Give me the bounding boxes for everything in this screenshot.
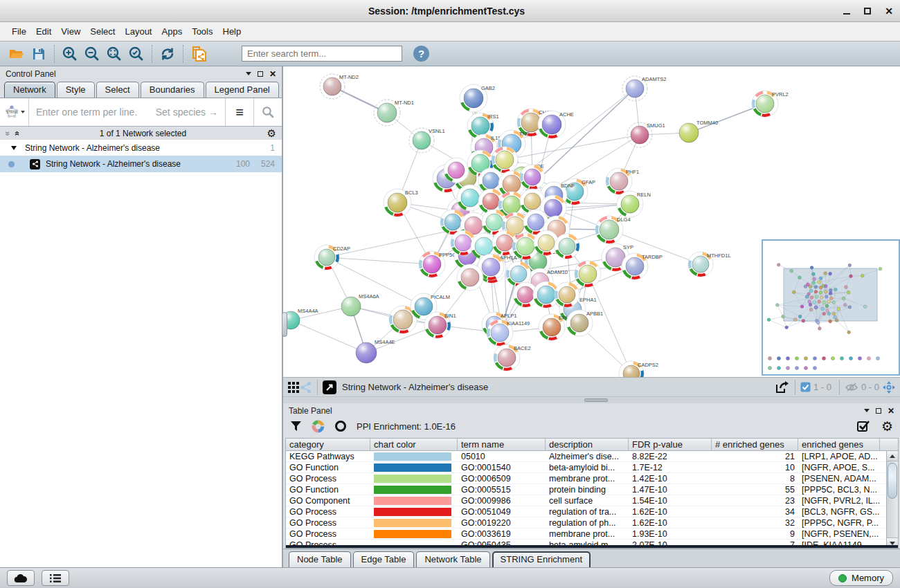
network-node-tardbp[interactable]: TARDBP — [622, 253, 663, 279]
network-node-vsnl1[interactable]: VSNL1 — [409, 128, 445, 153]
select-columns-icon[interactable] — [857, 420, 870, 432]
query-options-button[interactable]: ≡ — [226, 98, 253, 126]
enrichment-chart-icon[interactable] — [312, 420, 325, 433]
network-node[interactable] — [575, 261, 601, 287]
network-node-ppp5c[interactable]: PPP5C — [419, 251, 456, 277]
network-node-ms4a6a[interactable]: MS4A6A — [341, 293, 379, 316]
network-node-ms4a4e[interactable]: MS4A4E — [356, 339, 395, 363]
network-node-cd2ap[interactable]: CD2AP — [314, 245, 350, 270]
column-header-description[interactable]: description — [546, 439, 629, 450]
tab-network-table[interactable]: Network Table — [416, 551, 489, 567]
network-collection-row[interactable]: String Network - Alzheimer's disease 1 — [0, 140, 282, 156]
gear-icon[interactable]: ⚙ — [881, 420, 893, 433]
network-node-kiaa1149[interactable]: KIAA1149 — [487, 320, 530, 346]
tab-boundaries[interactable]: Boundaries — [141, 82, 204, 98]
column-header-enriched-genes[interactable]: enriched genes — [798, 439, 880, 450]
string-query-placeholder[interactable]: Enter one term per line. — [36, 107, 156, 118]
panel-splitter-handle[interactable] — [282, 312, 287, 337]
panel-menu-icon[interactable] — [864, 409, 870, 412]
network-node-gab2[interactable]: GAB2 — [460, 84, 495, 112]
open-in-browser-icon[interactable] — [323, 380, 336, 394]
table-row[interactable]: GO ProcessGO:0019220regulation of ph...1… — [286, 517, 898, 529]
column-header-FDR-p-value[interactable]: FDR p-value — [629, 439, 712, 450]
set-species-link[interactable]: Set species → — [156, 107, 218, 118]
network-node-reln[interactable]: RELN — [617, 191, 651, 217]
menu-item-select[interactable]: Select — [85, 24, 120, 39]
column-header--enriched-genes[interactable]: # enriched genes — [712, 439, 798, 450]
column-header-chart-color[interactable]: chart color — [370, 439, 458, 450]
refresh-button[interactable] — [156, 44, 179, 64]
menu-item-view[interactable]: View — [56, 24, 85, 39]
network-node-cadps2[interactable]: CADPS2 — [619, 361, 658, 377]
network-node-phf1[interactable]: PHF1 — [606, 168, 639, 194]
selected-checkbox-icon[interactable] — [800, 382, 811, 392]
panel-close-icon[interactable]: ✕ — [269, 70, 276, 78]
network-node-dlg4[interactable]: DLG4 — [595, 216, 631, 244]
network-node-apbb1[interactable]: APBB1 — [566, 310, 603, 336]
splitter-handle[interactable] — [584, 398, 608, 402]
table-row[interactable]: GO ProcessGO:0033619membrane prot...1.93… — [286, 529, 898, 540]
share-view-icon[interactable] — [300, 381, 312, 394]
network-node-bcl3[interactable]: BCL3 — [384, 189, 418, 217]
open-file-button[interactable] — [6, 44, 28, 64]
table-row[interactable]: GO FunctionGO:0001540beta-amyloid bi...1… — [286, 462, 898, 473]
hidden-eye-icon[interactable] — [845, 382, 858, 392]
gear-icon[interactable]: ⚙ — [267, 128, 276, 138]
menu-item-tools[interactable]: Tools — [187, 24, 217, 39]
menu-item-file[interactable]: File — [7, 24, 31, 39]
tab-network[interactable]: Network — [4, 82, 55, 98]
network-node-bace2[interactable]: BACE2 — [494, 344, 531, 371]
tree-expand-icon[interactable] — [11, 146, 17, 150]
navigator-move-icon[interactable] — [882, 380, 896, 394]
tab-string-enrichment[interactable]: STRING Enrichment — [492, 551, 591, 567]
network-node[interactable] — [457, 264, 483, 291]
network-node-tomm40[interactable]: TOMM40 — [679, 120, 718, 143]
zoom-in-button[interactable] — [59, 44, 81, 64]
menu-item-help[interactable]: Help — [218, 24, 246, 39]
tab-edge-table[interactable]: Edge Table — [353, 551, 415, 567]
search-input[interactable] — [242, 46, 402, 62]
network-canvas[interactable]: MT-ND2MT-ND1VSNL1GAB2IRS1CHATACHEIL1BTNF… — [283, 66, 900, 377]
network-node-mthfd1l[interactable]: MTHFD1L — [688, 252, 731, 277]
export-network-icon[interactable] — [775, 380, 790, 394]
scroll-up-button[interactable] — [887, 451, 898, 461]
memory-button[interactable]: Memory — [829, 570, 893, 586]
ring-chart-icon[interactable] — [334, 420, 347, 432]
network-node[interactable] — [444, 158, 469, 183]
grid-view-icon[interactable] — [287, 381, 300, 394]
birds-eye-view[interactable] — [762, 239, 900, 376]
table-row[interactable]: GO FunctionGO:0005515protein binding1.47… — [286, 484, 898, 495]
network-node[interactable] — [520, 165, 545, 190]
column-header-category[interactable]: category — [286, 439, 370, 450]
maximize-icon[interactable] — [864, 8, 871, 15]
zoom-selected-button[interactable] — [125, 44, 147, 64]
network-node-smug1[interactable]: SMUG1 — [627, 122, 665, 147]
menu-item-apps[interactable]: Apps — [157, 24, 188, 39]
cloud-tasks-button[interactable] — [7, 570, 35, 586]
table-row[interactable]: GO ProcessGO:0006509membrane prot...1.42… — [286, 473, 898, 484]
string-protein-query-selector[interactable]: STRING — [0, 98, 29, 126]
zoom-fit-button[interactable] — [103, 44, 125, 64]
panel-menu-icon[interactable] — [246, 72, 251, 75]
menu-item-layout[interactable]: Layout — [120, 24, 156, 39]
panel-float-icon[interactable] — [258, 71, 263, 77]
network-node-ms4a4a[interactable]: MS4A4A — [283, 308, 318, 329]
import-network-button[interactable] — [188, 44, 210, 64]
query-search-button[interactable] — [254, 98, 282, 126]
task-list-button[interactable] — [42, 570, 69, 586]
horizontal-scrollbar[interactable] — [286, 545, 898, 548]
menu-item-edit[interactable]: Edit — [31, 24, 56, 39]
scrollbar-thumb[interactable] — [888, 463, 897, 499]
network-row-selected[interactable]: String Network - Alzheimer's disease 100… — [0, 156, 282, 172]
minimize-icon[interactable] — [843, 13, 850, 15]
vertical-scrollbar[interactable] — [886, 451, 898, 548]
table-row[interactable]: GO ProcessGO:0051049regulation of tra...… — [286, 506, 898, 517]
panel-float-icon[interactable] — [876, 408, 881, 414]
network-node-mt-nd2[interactable]: MT-ND2 — [320, 74, 359, 99]
help-button[interactable]: ? — [413, 46, 429, 62]
collapse-all-icon[interactable]: » — [3, 131, 12, 136]
network-node-ache[interactable]: ACHE — [538, 111, 574, 138]
network-node[interactable] — [555, 234, 579, 259]
filter-icon[interactable] — [290, 421, 302, 432]
horizontal-splitter[interactable] — [283, 396, 900, 403]
